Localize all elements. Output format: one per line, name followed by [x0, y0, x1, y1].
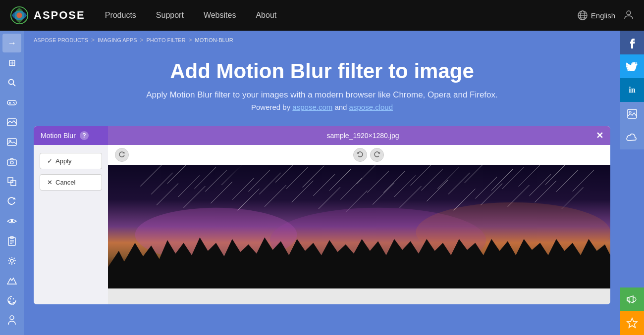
svg-rect-16: [7, 139, 16, 145]
cancel-button[interactable]: ✕ Cancel: [40, 174, 102, 191]
refresh-button[interactable]: [115, 148, 129, 162]
filter-panel: Motion Blur ? ✓ Apply ✕ Cancel: [34, 126, 108, 304]
filter-label: Motion Blur: [41, 132, 76, 140]
share-image-icon: [626, 108, 638, 120]
svg-point-33: [10, 316, 14, 320]
nav-support[interactable]: Support: [156, 11, 184, 20]
close-viewer-button[interactable]: ✕: [596, 130, 603, 141]
viewer-controls-bar: [108, 145, 610, 165]
apply-button[interactable]: ✓ Apply: [40, 153, 102, 169]
svg-rect-10: [7, 100, 16, 105]
main-content: ASPOSE PRODUCTS > IMAGING APPS > PHOTO F…: [24, 31, 620, 335]
svg-point-14: [14, 103, 15, 104]
image-filename: sample_1920×1280.jpg: [130, 132, 596, 140]
search-icon: [7, 78, 16, 87]
filter-tab-motion-blur[interactable]: Motion Blur ?: [34, 126, 108, 145]
apply-label: Apply: [55, 157, 72, 165]
announcements-button[interactable]: [620, 287, 644, 311]
clipboard-icon: [8, 236, 16, 246]
sidebar-icon-rotate[interactable]: [2, 192, 21, 211]
svg-line-9: [13, 84, 16, 87]
sidebar-icon-arrow[interactable]: →: [2, 34, 21, 52]
logo[interactable]: ASPOSE: [10, 6, 85, 25]
rotate-icon: [7, 197, 16, 206]
sidebar-icon-eye[interactable]: [2, 212, 21, 231]
cancel-label: Cancel: [55, 179, 75, 186]
nav-products[interactable]: Products: [105, 11, 136, 20]
breadcrumb-sep-3: >: [189, 37, 192, 44]
user-account-icon[interactable]: [623, 9, 634, 22]
breadcrumb-aspose-products[interactable]: ASPOSE PRODUCTS: [34, 37, 88, 43]
sidebar-icon-grid[interactable]: ⊞: [2, 53, 21, 72]
sidebar-icon-gamepad[interactable]: [2, 93, 21, 112]
nav-websites[interactable]: Websites: [204, 11, 236, 20]
language-selector[interactable]: English: [577, 10, 615, 21]
filter-help-icon[interactable]: ?: [80, 131, 89, 140]
sidebar-icon-settings[interactable]: [2, 251, 21, 270]
breadcrumb-sep-2: >: [140, 37, 144, 44]
redo-button[interactable]: [370, 148, 384, 162]
sidebar-icon-resize[interactable]: [2, 172, 21, 191]
sidebar-icon-palette[interactable]: [2, 291, 21, 310]
svg-rect-34: [628, 109, 637, 118]
sidebar-icon-clipboard[interactable]: [2, 232, 21, 250]
sidebar-icon-camera[interactable]: [2, 152, 21, 171]
image-icon: [7, 138, 17, 146]
linkedin-text: in: [629, 86, 635, 95]
left-sidebar: → ⊞: [0, 31, 24, 335]
breadcrumb-photo-filter[interactable]: PHOTO FILTER: [147, 37, 186, 43]
facebook-share-button[interactable]: [620, 31, 644, 54]
sidebar-icon-person[interactable]: [2, 311, 21, 330]
undo-button[interactable]: [353, 148, 367, 162]
twitter-icon: [626, 61, 638, 71]
svg-point-30: [10, 298, 11, 299]
aspose-com-link[interactable]: aspose.com: [292, 103, 332, 111]
sidebar-icon-landscape[interactable]: [2, 113, 21, 132]
star-icon: [626, 317, 638, 329]
svg-point-1: [16, 12, 22, 18]
sidebar-icon-image[interactable]: [2, 133, 21, 151]
linkedin-share-button[interactable]: in: [620, 78, 644, 102]
camera-icon: [7, 158, 17, 166]
nav-links: Products Support Websites About: [105, 11, 577, 20]
globe-icon: [577, 10, 588, 21]
breadcrumb-current: MOTION-BLUR: [195, 37, 233, 43]
breadcrumb-imaging-apps[interactable]: IMAGING APPS: [98, 37, 137, 43]
breadcrumb-sep-1: >: [91, 37, 95, 44]
nav-about[interactable]: About: [256, 11, 276, 20]
right-sidebar: in: [620, 31, 644, 335]
image-display-area[interactable]: [108, 165, 610, 288]
svg-rect-21: [11, 181, 16, 186]
svg-point-8: [9, 80, 14, 85]
hero-subtitle: Apply Motion Blur filter to your images …: [44, 90, 600, 100]
person-icon: [8, 315, 16, 325]
svg-point-7: [627, 11, 631, 15]
landscape-icon: [7, 118, 17, 126]
logo-text: ASPOSE: [34, 9, 85, 22]
resize-icon: [7, 177, 16, 186]
top-navigation: ASPOSE Products Support Websites About E…: [0, 0, 644, 31]
redo-icon: [374, 151, 380, 158]
refresh-icon: [118, 151, 125, 158]
sidebar-icon-mountain[interactable]: [2, 271, 21, 290]
svg-rect-20: [8, 178, 13, 183]
image-preview-svg: [108, 165, 610, 288]
gamepad-icon: [7, 99, 17, 106]
favorites-button[interactable]: [620, 311, 644, 335]
breadcrumb: ASPOSE PRODUCTS > IMAGING APPS > PHOTO F…: [24, 31, 620, 49]
page-title: Add Motion Blur filter to image: [44, 59, 600, 83]
aspose-cloud-link[interactable]: aspose.cloud: [349, 103, 393, 111]
settings-icon: [7, 256, 16, 265]
svg-point-19: [10, 161, 13, 164]
svg-point-13: [13, 102, 14, 103]
viewer-toolbar: sample_1920×1280.jpg ✕: [108, 126, 610, 145]
mountain-icon: [7, 277, 17, 285]
eye-icon: [7, 218, 17, 225]
image-viewer: sample_1920×1280.jpg ✕: [108, 126, 610, 304]
svg-point-29: [10, 259, 13, 262]
tool-area: Motion Blur ? ✓ Apply ✕ Cancel samp: [34, 126, 610, 304]
twitter-share-button[interactable]: [620, 54, 644, 78]
image-share-button[interactable]: [620, 102, 644, 126]
sidebar-icon-search[interactable]: [2, 73, 21, 92]
cloud-button[interactable]: [620, 126, 644, 149]
